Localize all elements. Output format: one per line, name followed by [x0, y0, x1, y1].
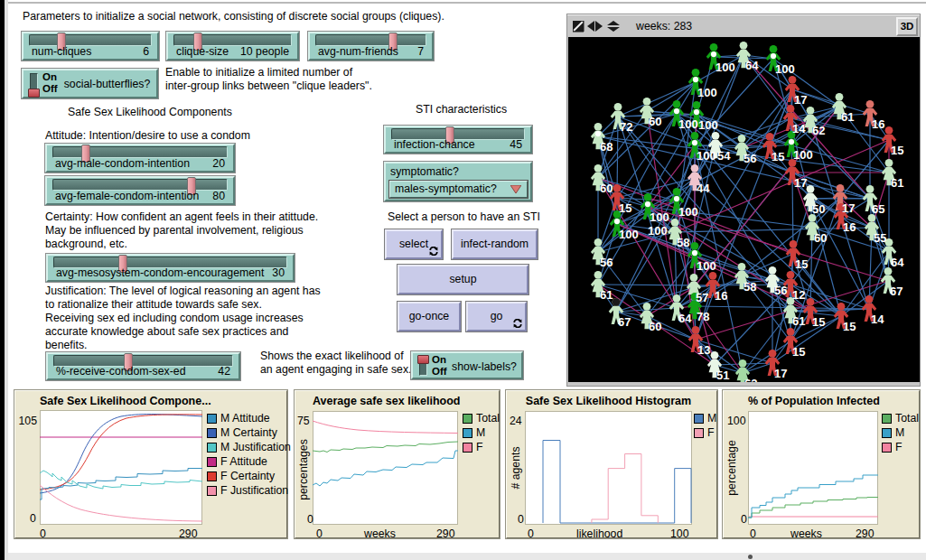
svg-text:64: 64: [745, 59, 759, 72]
svg-text:16: 16: [872, 117, 884, 131]
svg-text:67: 67: [890, 285, 903, 298]
svg-text:100: 100: [619, 228, 639, 241]
svg-text:78: 78: [697, 310, 709, 323]
svg-text:15: 15: [812, 315, 825, 329]
svg-text:17: 17: [842, 201, 855, 215]
svg-text:62: 62: [744, 377, 757, 382]
svg-text:100: 100: [775, 62, 795, 76]
svg-text:14: 14: [792, 122, 806, 135]
svg-text:60: 60: [649, 320, 661, 333]
svg-text:60: 60: [600, 182, 613, 195]
svg-text:57: 57: [696, 291, 708, 304]
svg-text:61: 61: [891, 176, 903, 190]
svg-text:15: 15: [891, 144, 903, 157]
svg-text:68: 68: [600, 140, 613, 154]
svg-text:100: 100: [697, 259, 716, 273]
svg-text:16: 16: [715, 289, 727, 303]
svg-text:100: 100: [697, 149, 716, 163]
svg-text:61: 61: [841, 110, 854, 124]
svg-text:62: 62: [812, 124, 825, 137]
svg-text:61: 61: [792, 314, 805, 328]
svg-text:56: 56: [774, 284, 787, 297]
svg-text:67: 67: [618, 315, 631, 329]
svg-text:44: 44: [697, 182, 710, 195]
svg-text:64: 64: [678, 312, 692, 325]
svg-text:58: 58: [677, 236, 689, 249]
svg-text:72: 72: [620, 120, 632, 134]
svg-text:16: 16: [843, 220, 856, 234]
svg-text:17: 17: [794, 176, 807, 190]
svg-text:56: 56: [600, 256, 613, 269]
svg-text:55: 55: [874, 231, 886, 245]
svg-text:56: 56: [744, 152, 756, 165]
svg-text:17: 17: [774, 367, 787, 380]
svg-text:100: 100: [793, 148, 813, 162]
svg-text:61: 61: [600, 288, 613, 302]
svg-text:60: 60: [649, 115, 661, 128]
svg-text:17: 17: [794, 93, 807, 107]
svg-text:100: 100: [648, 224, 668, 238]
svg-text:64: 64: [891, 256, 904, 269]
svg-text:51: 51: [716, 369, 729, 382]
svg-text:14: 14: [871, 313, 884, 326]
svg-text:15: 15: [795, 257, 808, 271]
svg-text:12: 12: [792, 288, 805, 302]
svg-text:15: 15: [619, 201, 631, 215]
svg-text:100: 100: [716, 61, 735, 74]
svg-text:100: 100: [650, 210, 669, 224]
svg-text:15: 15: [843, 320, 856, 333]
svg-text:100: 100: [697, 86, 717, 99]
svg-text:50: 50: [812, 202, 825, 216]
svg-text:54: 54: [717, 149, 731, 163]
svg-text:100: 100: [698, 118, 718, 132]
svg-text:100: 100: [678, 205, 698, 219]
svg-text:60: 60: [814, 231, 827, 245]
svg-text:13: 13: [697, 343, 710, 357]
svg-text:15: 15: [772, 150, 784, 163]
svg-text:65: 65: [872, 202, 884, 216]
svg-text:100: 100: [678, 117, 698, 131]
svg-text:58: 58: [744, 280, 756, 294]
svg-text:15: 15: [792, 345, 805, 359]
